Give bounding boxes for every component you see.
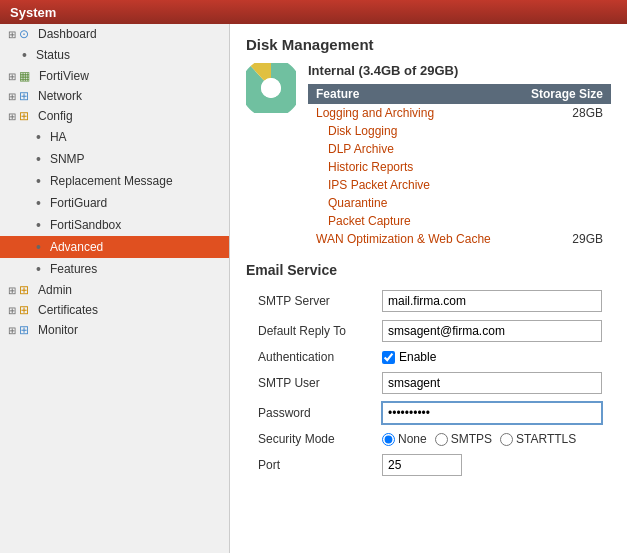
disk-size-cell [515, 194, 611, 212]
label-advanced: Advanced [50, 240, 103, 254]
disk-label: Internal (3.4GB of 29GB) [308, 63, 611, 78]
col-storage-size: Storage Size [515, 84, 611, 104]
disk-feature-cell[interactable]: Disk Logging [308, 122, 515, 140]
disk-size-cell [515, 212, 611, 230]
icon-monitor [19, 323, 29, 337]
disk-feature-cell[interactable]: Logging and Archiving [308, 104, 515, 122]
port-label: Port [246, 450, 376, 480]
header-title: System [10, 5, 56, 20]
disk-size-cell: 28GB [515, 104, 611, 122]
port-input[interactable] [382, 454, 462, 476]
disk-feature-cell[interactable]: Historic Reports [308, 158, 515, 176]
security-starttls-label: STARTTLS [516, 432, 576, 446]
icon-status [22, 47, 27, 63]
default-reply-row: Default Reply To [246, 316, 611, 346]
disk-row: Historic Reports [308, 158, 611, 176]
disk-row: Packet Capture [308, 212, 611, 230]
label-replacement-message: Replacement Message [50, 174, 173, 188]
disk-row: IPS Packet Archive [308, 176, 611, 194]
icon-config [19, 109, 29, 123]
email-service-title: Email Service [246, 262, 611, 278]
col-feature: Feature [308, 84, 515, 104]
label-config: Config [38, 109, 73, 123]
disk-size-cell [515, 158, 611, 176]
content-panel: Disk Management Internal (3.4GB of 29GB)… [230, 24, 627, 553]
password-input[interactable] [382, 402, 602, 424]
sidebar-item-fortiview[interactable]: ⊞FortiView [0, 66, 229, 86]
sidebar-item-config[interactable]: ⊞Config [0, 106, 229, 126]
expand-icon-certificates: ⊞ [8, 305, 16, 316]
password-label: Password [246, 398, 376, 428]
disk-management-title: Disk Management [246, 36, 611, 53]
security-mode-row: Security Mode None SMTPS STA [246, 428, 611, 450]
security-mode-group: None SMTPS STARTTLS [382, 432, 605, 446]
auth-enable-checkbox[interactable] [382, 351, 395, 364]
smtp-server-label: SMTP Server [246, 286, 376, 316]
disk-row: Disk Logging [308, 122, 611, 140]
label-fortiguard: FortiGuard [50, 196, 107, 210]
smtp-user-input[interactable] [382, 372, 602, 394]
expand-icon-monitor: ⊞ [8, 325, 16, 336]
sidebar-item-features[interactable]: Features [0, 258, 229, 280]
sidebar-item-advanced[interactable]: Advanced [0, 236, 229, 258]
expand-icon-config: ⊞ [8, 111, 16, 122]
expand-icon-admin: ⊞ [8, 285, 16, 296]
expand-icon-network: ⊞ [8, 91, 16, 102]
default-reply-input[interactable] [382, 320, 602, 342]
label-dashboard: Dashboard [38, 27, 97, 41]
security-starttls-radio[interactable] [500, 433, 513, 446]
icon-replacement-message [36, 173, 41, 189]
sidebar: ⊞DashboardStatus⊞FortiView⊞Network⊞Confi… [0, 24, 230, 553]
sidebar-item-ha[interactable]: HA [0, 126, 229, 148]
email-form: SMTP Server Default Reply To Authenticat… [246, 286, 611, 480]
disk-section: Internal (3.4GB of 29GB) Feature Storage… [246, 63, 611, 248]
port-row: Port [246, 450, 611, 480]
disk-feature-cell[interactable]: Packet Capture [308, 212, 515, 230]
label-status: Status [36, 48, 70, 62]
disk-info: Internal (3.4GB of 29GB) Feature Storage… [308, 63, 611, 248]
security-smtps-radio[interactable] [435, 433, 448, 446]
disk-size-cell: 29GB [515, 230, 611, 248]
sidebar-item-network[interactable]: ⊞Network [0, 86, 229, 106]
sidebar-item-fortisandbox[interactable]: FortiSandbox [0, 214, 229, 236]
security-starttls-option[interactable]: STARTTLS [500, 432, 576, 446]
icon-fortiview [19, 69, 30, 83]
sidebar-item-snmp[interactable]: SNMP [0, 148, 229, 170]
icon-dashboard [19, 27, 29, 41]
disk-row: WAN Optimization & Web Cache29GB [308, 230, 611, 248]
security-smtps-option[interactable]: SMTPS [435, 432, 492, 446]
icon-fortiguard [36, 195, 41, 211]
label-snmp: SNMP [50, 152, 85, 166]
icon-fortisandbox [36, 217, 41, 233]
disk-pie-chart [246, 63, 296, 113]
sidebar-item-status[interactable]: Status [0, 44, 229, 66]
sidebar-item-replacement-message[interactable]: Replacement Message [0, 170, 229, 192]
security-none-radio[interactable] [382, 433, 395, 446]
disk-row: DLP Archive [308, 140, 611, 158]
icon-advanced [36, 239, 41, 255]
icon-network [19, 89, 29, 103]
disk-row: Logging and Archiving28GB [308, 104, 611, 122]
smtp-server-input[interactable] [382, 290, 602, 312]
sidebar-item-dashboard[interactable]: ⊞Dashboard [0, 24, 229, 44]
sidebar-item-certificates[interactable]: ⊞Certificates [0, 300, 229, 320]
label-certificates: Certificates [38, 303, 98, 317]
security-none-option[interactable]: None [382, 432, 427, 446]
sidebar-item-admin[interactable]: ⊞Admin [0, 280, 229, 300]
smtp-server-row: SMTP Server [246, 286, 611, 316]
icon-ha [36, 129, 41, 145]
disk-feature-cell[interactable]: IPS Packet Archive [308, 176, 515, 194]
password-row: Password [246, 398, 611, 428]
app-header: System [0, 0, 627, 24]
main-layout: ⊞DashboardStatus⊞FortiView⊞Network⊞Confi… [0, 24, 627, 553]
sidebar-item-fortiguard[interactable]: FortiGuard [0, 192, 229, 214]
security-mode-label: Security Mode [246, 428, 376, 450]
sidebar-item-monitor[interactable]: ⊞Monitor [0, 320, 229, 340]
disk-feature-cell[interactable]: Quarantine [308, 194, 515, 212]
icon-features [36, 261, 41, 277]
security-none-label: None [398, 432, 427, 446]
smtp-user-row: SMTP User [246, 368, 611, 398]
expand-icon-dashboard: ⊞ [8, 29, 16, 40]
label-admin: Admin [38, 283, 72, 297]
disk-feature-cell[interactable]: DLP Archive [308, 140, 515, 158]
